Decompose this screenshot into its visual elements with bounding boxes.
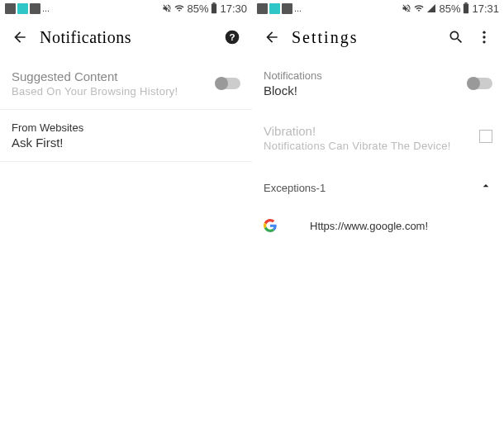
- left-panel: ... 85% 17:30 Notifications ? Suggested …: [0, 0, 252, 447]
- row-subtitle: Block!: [264, 83, 492, 97]
- status-right-icons: 85% 17:30: [162, 2, 247, 15]
- battery-icon: [463, 2, 469, 14]
- signal-icon: [426, 3, 436, 13]
- battery-icon: [211, 2, 217, 14]
- tray-icon: [269, 3, 280, 14]
- tray-icon: [30, 3, 40, 14]
- wifi-icon: [174, 3, 184, 13]
- status-bar-right: ... 85% 17:31: [252, 0, 504, 17]
- notifications-row[interactable]: Notifications Block!: [252, 58, 504, 109]
- vibration-row[interactable]: Vibration! Notifications Can Vibrate The…: [252, 109, 504, 164]
- svg-rect-4: [464, 4, 468, 14]
- mute-icon: [162, 3, 172, 13]
- wifi-icon: [414, 3, 424, 13]
- app-bar-right: Settings: [252, 17, 504, 58]
- row-title: From Websites: [12, 121, 240, 134]
- tray-icon: [257, 3, 268, 14]
- toggle-notifications[interactable]: [468, 78, 492, 89]
- status-bar-left: ... 85% 17:30: [0, 0, 252, 17]
- row-subtitle: Ask First!: [12, 136, 240, 150]
- row-title: Vibration!: [264, 124, 492, 138]
- tray-icon: [5, 3, 16, 14]
- back-icon[interactable]: [264, 29, 280, 45]
- app-bar-left: Notifications ?: [0, 17, 252, 58]
- from-websites-row[interactable]: From Websites Ask First!: [0, 110, 252, 162]
- status-right-icons: 85% 17:31: [402, 2, 499, 15]
- tray-icon: [282, 3, 292, 14]
- chevron-up-icon: [479, 179, 492, 193]
- svg-point-6: [483, 31, 485, 34]
- svg-point-8: [483, 40, 485, 43]
- row-subtitle: Based On Your Browsing History!: [12, 85, 240, 97]
- svg-rect-0: [212, 4, 216, 14]
- tray-ellipsis: ...: [294, 3, 302, 13]
- status-left-icons: ...: [5, 3, 50, 14]
- clock-text: 17:30: [220, 2, 247, 15]
- page-title: Settings: [292, 28, 358, 47]
- right-panel: ... 85% 17:31 Settings Notifications Blo…: [252, 0, 504, 447]
- tray-ellipsis: ...: [42, 3, 50, 13]
- battery-text: 85%: [187, 2, 208, 15]
- clock-text: 17:31: [472, 2, 499, 15]
- exception-item[interactable]: Https://www.google.com!: [252, 207, 504, 244]
- toggle-suggested[interactable]: [216, 78, 240, 89]
- row-title: Suggested Content: [12, 69, 240, 83]
- status-left-icons: ...: [257, 3, 302, 14]
- row-title: Notifications: [264, 69, 492, 82]
- search-icon[interactable]: [448, 29, 464, 45]
- svg-rect-5: [465, 2, 468, 4]
- svg-text:?: ?: [229, 31, 235, 42]
- google-icon: [264, 219, 277, 232]
- svg-rect-1: [213, 2, 216, 4]
- more-icon[interactable]: [476, 29, 492, 45]
- exceptions-row[interactable]: Exceptions-1: [252, 164, 504, 207]
- suggested-content-row[interactable]: Suggested Content Based On Your Browsing…: [0, 58, 252, 110]
- help-icon[interactable]: ?: [224, 29, 240, 45]
- row-title: Exceptions-1: [264, 182, 492, 194]
- mute-icon: [402, 3, 411, 13]
- exception-url: Https://www.google.com!: [310, 220, 428, 232]
- checkbox-vibration[interactable]: [479, 130, 492, 143]
- tray-icon: [17, 3, 28, 14]
- battery-text: 85%: [439, 2, 460, 15]
- row-subtitle: Notifications Can Vibrate The Device!: [264, 140, 492, 152]
- svg-point-7: [483, 36, 485, 38]
- back-icon[interactable]: [12, 29, 28, 45]
- page-title: Notifications: [40, 28, 131, 47]
